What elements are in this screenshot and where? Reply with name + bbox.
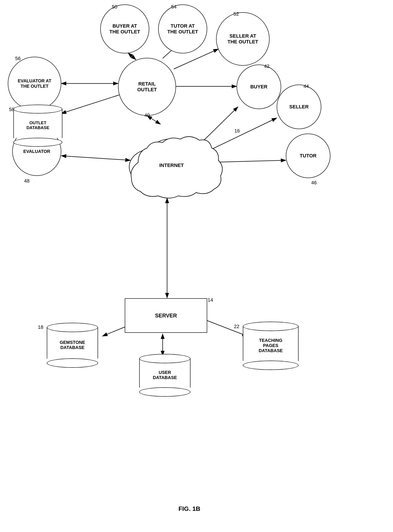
retail-outlet-node: RETAILOUTLET: [118, 58, 176, 116]
svg-point-20: [155, 157, 197, 190]
id-16: 16: [234, 128, 240, 134]
svg-line-6: [61, 93, 124, 114]
svg-line-9: [207, 118, 277, 151]
seller-outlet-node: SELLER ATTHE OUTLET: [216, 12, 270, 66]
tutor-outlet-node: TUTOR ATTHE OUTLET: [158, 5, 207, 53]
seller-outlet-label: SELLER ATTHE OUTLET: [227, 33, 258, 45]
seller-id: 44: [304, 83, 309, 89]
seller-outlet-id: 52: [233, 11, 239, 17]
outlet-database: OUTLETDATABASE 58: [13, 105, 62, 152]
buyer-outlet-label: BUYER ATTHE OUTLET: [109, 23, 140, 35]
user-database: USERDATABASE 20: [139, 354, 191, 402]
teaching-database: TEACHINGPAGESDATABASE 22: [243, 322, 299, 376]
seller-node: SELLER: [277, 85, 321, 129]
internet-label: INTERNET: [149, 163, 194, 168]
retail-outlet-id: 40: [144, 112, 150, 118]
buyer-outlet-node: BUYER ATTHE OUTLET: [100, 5, 149, 53]
figure-label: FIG. 1B: [156, 505, 223, 513]
retail-outlet-label: RETAILOUTLET: [137, 81, 157, 93]
tutor-id: 46: [311, 180, 317, 186]
diagram: INTERNET RETAILOUTLET 40 BUYER ATTHE OUT…: [0, 0, 393, 532]
svg-point-19: [166, 143, 208, 178]
svg-line-11: [204, 160, 286, 163]
buyer-id: 42: [264, 63, 269, 69]
buyer-node: BUYER: [237, 65, 281, 109]
server-label: SERVER: [155, 313, 177, 319]
tutor-node: TUTOR: [286, 134, 330, 178]
gemstone-database: GEMSTONEDATABASE 18: [47, 323, 98, 373]
tutor-label: TUTOR: [300, 153, 316, 159]
evaluator-outlet-id: 56: [15, 56, 20, 61]
evaluator-outlet-label: EVALUATOR ATTHE OUTLET: [18, 78, 51, 89]
server-box: SERVER: [125, 298, 207, 333]
tutor-outlet-id: 54: [171, 4, 177, 10]
buyer-outlet-id: 50: [112, 4, 117, 10]
buyer-label: BUYER: [250, 84, 267, 90]
server-id: 14: [208, 297, 213, 303]
evaluator-outlet-node: EVALUATOR ATTHE OUTLET: [8, 57, 61, 110]
svg-line-10: [61, 156, 130, 160]
svg-point-22: [142, 150, 192, 188]
evaluator-id: 48: [24, 178, 29, 184]
svg-line-2: [128, 53, 136, 60]
seller-label: SELLER: [290, 104, 309, 110]
svg-line-8: [202, 107, 238, 142]
tutor-outlet-label: TUTOR ATTHE OUTLET: [167, 23, 198, 35]
